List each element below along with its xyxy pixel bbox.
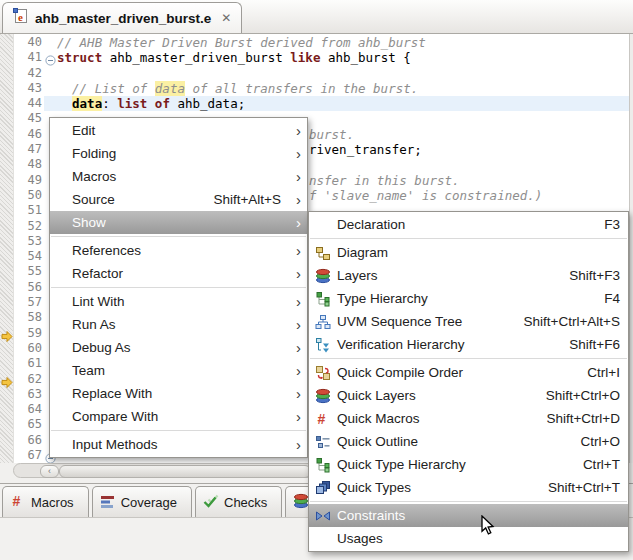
menu-item-constraints[interactable]: Constraints [309, 504, 628, 527]
menu-shortcut: Shift+Ctrl+T [530, 480, 620, 495]
bookmark-arrow-icon[interactable] [1, 328, 13, 346]
menu-separator [51, 430, 306, 431]
code-segment: riven_transfer; [309, 142, 422, 157]
menu-item-macros[interactable]: Macros› [50, 165, 307, 188]
menu-item-quick-macros[interactable]: #Quick MacrosShift+Ctrl+D [309, 407, 628, 430]
submenu-arrow-icon: › [291, 317, 301, 332]
menu-shortcut: Shift+Ctrl+O [528, 388, 620, 403]
menu-item-label: Verification Hierarchy [337, 337, 465, 352]
show-submenu: DeclarationF3DiagramLayersShift+F3Type H… [308, 211, 629, 552]
outline-icon [315, 434, 331, 450]
menu-item-show[interactable]: Show› [50, 211, 307, 234]
bottom-tab-macros[interactable]: #Macros [2, 486, 89, 517]
annotation-ruler[interactable] [0, 34, 14, 463]
submenu-arrow-icon: › [291, 363, 301, 378]
e-file-icon: e [13, 8, 29, 28]
scroll-left-icon[interactable]: ‹ [40, 465, 59, 478]
code-segment: : [102, 96, 117, 111]
svg-text:#: # [13, 493, 21, 509]
blank-icon [315, 217, 331, 233]
blank-icon [315, 531, 331, 547]
bottom-tab-label: Macros [31, 495, 74, 510]
menu-item-label: Macros [72, 169, 116, 184]
menu-item-label: Diagram [337, 245, 388, 260]
fold-minus-icon[interactable] [45, 52, 56, 63]
menu-item-label: Quick Layers [337, 388, 416, 403]
menu-item-quick-types[interactable]: Quick TypesShift+Ctrl+T [309, 476, 628, 499]
bookmark-arrow-icon[interactable] [1, 374, 13, 392]
menu-item-replace-with[interactable]: Replace With› [50, 382, 307, 405]
menu-item-label: Declaration [337, 217, 405, 232]
menu-item-quick-compile-order[interactable]: Quick Compile OrderCtrl+I [309, 361, 628, 384]
menu-item-diagram[interactable]: Diagram [309, 241, 628, 264]
menu-item-layers[interactable]: LayersShift+F3 [309, 264, 628, 287]
menu-item-input-methods[interactable]: Input Methods› [50, 433, 307, 456]
menu-item-label: References [72, 243, 141, 258]
code-line[interactable] [57, 66, 629, 81]
menu-item-uvm-sequence-tree[interactable]: UVM Sequence TreeShift+Ctrl+Alt+S [309, 310, 628, 333]
line-number: 65 [13, 417, 42, 432]
menu-item-edit[interactable]: Edit› [50, 119, 307, 142]
menu-item-label: Lint With [72, 294, 125, 309]
menu-item-quick-type-hierarchy[interactable]: Quick Type HierarchyCtrl+T [309, 453, 628, 476]
menu-item-label: Refactor [72, 266, 123, 281]
menu-shortcut: F3 [586, 217, 620, 232]
type-hierarchy-icon [315, 457, 331, 473]
menu-item-refactor[interactable]: Refactor› [50, 262, 307, 285]
menu-item-label: Quick Type Hierarchy [337, 457, 466, 472]
tab-close-icon[interactable]: ✕ [221, 11, 231, 25]
submenu-arrow-icon: › [291, 409, 301, 424]
line-number: 46 [13, 127, 42, 142]
menu-shortcut: Shift+F6 [551, 337, 620, 352]
menu-shortcut: Ctrl+T [565, 457, 620, 472]
scrollbar-thumb[interactable] [59, 465, 311, 478]
code-line[interactable]: data: list of ahb_data; [57, 96, 629, 111]
menu-shortcut: Ctrl+O [563, 434, 620, 449]
menu-separator [51, 287, 306, 288]
menu-item-references[interactable]: References› [50, 239, 307, 262]
menu-item-usages[interactable]: Usages [309, 527, 628, 550]
menu-item-label: UVM Sequence Tree [337, 314, 462, 329]
menu-item-quick-layers[interactable]: Quick LayersShift+Ctrl+O [309, 384, 628, 407]
submenu-arrow-icon: › [291, 266, 301, 281]
menu-item-quick-outline[interactable]: Quick OutlineCtrl+O [309, 430, 628, 453]
line-number: 51 [13, 203, 42, 218]
line-number: 47 [13, 142, 42, 157]
menu-item-compare-with[interactable]: Compare With› [50, 405, 307, 428]
menu-item-label: Show [72, 215, 106, 230]
submenu-arrow-icon: › [291, 192, 301, 207]
menu-item-type-hierarchy[interactable]: Type HierarchyF4 [309, 287, 628, 310]
bottom-tab-checks[interactable]: Checks [195, 486, 282, 517]
submenu-arrow-icon: › [291, 386, 301, 401]
menu-item-folding[interactable]: Folding› [50, 142, 307, 165]
menu-item-label: Compare With [72, 409, 158, 424]
line-number-gutter: 4041424344454647484950515253545556575859… [13, 35, 42, 463]
bottom-tab-label: Checks [224, 495, 267, 510]
menu-item-run-as[interactable]: Run As› [50, 313, 307, 336]
code-line[interactable]: // List of data of all transfers in the … [57, 81, 629, 96]
menu-item-verification-hierarchy[interactable]: Verification HierarchyShift+F6 [309, 333, 628, 356]
line-number: 41 [13, 50, 42, 65]
code-segment: like [290, 50, 320, 65]
menu-item-source[interactable]: SourceShift+Alt+S› [50, 188, 307, 211]
code-line[interactable]: // AHB Master Driven Burst derived from … [57, 35, 629, 50]
checks-icon [203, 493, 219, 512]
menu-item-team[interactable]: Team› [50, 359, 307, 382]
editor-tab-title: ahb_master_driven_burst.e [35, 11, 211, 26]
menu-item-label: Team [72, 363, 105, 378]
menu-shortcut: Shift+Ctrl+D [528, 411, 620, 426]
code-segment [57, 96, 72, 111]
line-number: 59 [13, 326, 42, 341]
menu-item-declaration[interactable]: DeclarationF3 [309, 213, 628, 236]
editor-tab[interactable]: e ahb_master_driven_burst.e ✕ [2, 2, 242, 33]
menu-item-lint-with[interactable]: Lint With› [50, 290, 307, 313]
menu-item-label: Run As [72, 317, 116, 332]
line-number: 43 [13, 81, 42, 96]
quick-types-icon [315, 480, 331, 496]
line-number: 67 [13, 448, 42, 463]
bottom-tab-coverage[interactable]: Coverage [92, 486, 192, 517]
code-segment: data [72, 96, 102, 111]
menu-shortcut: Shift+F3 [551, 268, 620, 283]
code-line[interactable]: struct ahb_master_driven_burst like ahb_… [57, 50, 629, 65]
menu-item-debug-as[interactable]: Debug As› [50, 336, 307, 359]
